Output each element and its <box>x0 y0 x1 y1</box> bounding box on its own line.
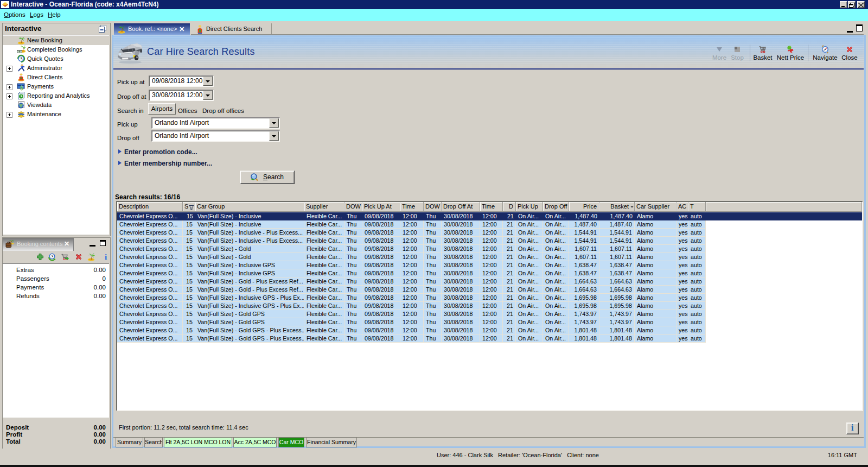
svg-text:$: $ <box>20 84 23 91</box>
svg-text:i: i <box>105 253 107 261</box>
